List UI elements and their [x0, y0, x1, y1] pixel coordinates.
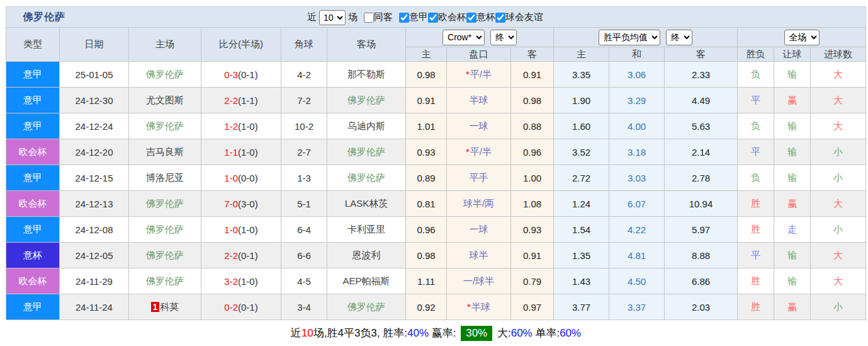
asian-handicap: 球半/两: [447, 191, 511, 217]
bookmaker-select[interactable]: Crow*: [442, 30, 485, 45]
score-cell: 1-0(0-0): [201, 165, 281, 191]
goals-result: 大: [811, 88, 866, 113]
match-result: 负: [738, 165, 774, 191]
bookmaker-time-select[interactable]: 终: [490, 30, 517, 45]
home-team[interactable]: 博洛尼亚: [129, 165, 201, 191]
home-team[interactable]: 1科莫: [129, 294, 201, 320]
euro-home-odds: 1.43: [554, 268, 609, 294]
away-team[interactable]: 佛罗伦萨: [327, 88, 406, 113]
league-badge: 欧会杯: [6, 268, 60, 294]
col-type: 类型: [6, 28, 60, 62]
corner-score: 2-7: [281, 139, 327, 165]
league-badge: 欧会杯: [6, 139, 60, 165]
match-history-table: 类型 日期 主场 比分(半场) 角球 客场 Crow* 终: [6, 27, 866, 320]
euro-draw-odds: 4.22: [609, 217, 665, 243]
euro-home-odds: 1.90: [554, 88, 609, 113]
euro-home-odds: 2.72: [554, 165, 609, 191]
team-name: 吉马良斯: [146, 146, 184, 157]
euro-source-select[interactable]: 胜平负均值: [599, 30, 660, 45]
away-team[interactable]: LASK林茨: [327, 191, 406, 217]
col-asian-away: 客: [511, 47, 554, 62]
euro-draw-odds: 4.00: [609, 113, 665, 139]
league-filter-label: 球会友谊: [505, 11, 543, 23]
halftime-score: (3-0): [238, 199, 258, 209]
team-name: 科莫: [160, 301, 179, 312]
corner-score: 7-2: [281, 88, 327, 113]
euro-odds-header: 胜平负均值 终: [554, 28, 738, 47]
euro-time-select[interactable]: 终: [666, 30, 692, 45]
corner-score: 6-6: [281, 243, 327, 268]
match-date: 24-12-20: [60, 139, 129, 165]
match-result: 胜: [738, 268, 774, 294]
recent-suffix-label: 场: [348, 11, 358, 23]
goals-result: 大: [811, 243, 866, 268]
asian-away-odds: 0.91: [511, 62, 554, 88]
asian-away-odds: 0.93: [511, 217, 554, 243]
goals-result: 小: [811, 217, 866, 243]
asian-home-odds: 0.81: [406, 191, 447, 217]
league-filter-club-friendly[interactable]: 球会友谊: [495, 11, 543, 23]
match-result: 胜: [738, 294, 774, 320]
match-date: 24-12-30: [60, 88, 129, 113]
away-team[interactable]: 佛罗伦萨: [327, 165, 406, 191]
asian-home-odds: 1.01: [406, 113, 447, 139]
home-team[interactable]: 佛罗伦萨: [129, 191, 201, 217]
big-rate-label: 大:: [494, 326, 510, 340]
away-team[interactable]: 佛罗伦萨: [327, 139, 406, 165]
league-checkbox-club-friendly[interactable]: [495, 13, 505, 23]
fulltime-score: 1-0: [224, 224, 238, 235]
euro-draw-odds: 4.50: [609, 268, 665, 294]
home-team[interactable]: 吉马良斯: [129, 139, 201, 165]
score-cell: 1-1(1-0): [201, 139, 281, 165]
league-filter-serie-a[interactable]: 意甲: [399, 11, 428, 23]
handicap-result: 赢: [774, 88, 811, 113]
recent-count-select[interactable]: 10: [319, 10, 346, 25]
away-team[interactable]: AEP帕福斯: [327, 268, 406, 294]
euro-away-odds: 6.86: [665, 268, 738, 294]
asian-handicap: 一/球半: [447, 268, 511, 294]
table-row: 意甲 24-12-15 博洛尼亚 1-0(0-0) 1-3 佛罗伦萨 0.89 …: [6, 165, 866, 191]
euro-away-odds: 2.33: [665, 62, 738, 88]
league-badge: 欧会杯: [6, 191, 60, 217]
home-team[interactable]: 佛罗伦萨: [129, 217, 201, 243]
league-checkbox-serie-a[interactable]: [399, 13, 409, 23]
goals-result: 大: [811, 62, 866, 88]
league-filter-coppa-italia[interactable]: 意杯: [466, 11, 495, 23]
euro-draw-odds: 4.81: [609, 243, 665, 268]
score-cell: 2-2(1-1): [201, 88, 281, 113]
euro-draw-odds: 3.18: [609, 139, 665, 165]
team-name: 佛罗伦萨: [347, 146, 385, 157]
league-checkbox-coppa-italia[interactable]: [466, 13, 476, 23]
score-cell: 1-0(1-0): [201, 217, 281, 243]
league-filter-conference-league[interactable]: 欧会杯: [428, 11, 466, 23]
match-date: 24-11-29: [60, 268, 129, 294]
asian-away-odds: 0.97: [511, 294, 554, 320]
big-rate-value: 60%: [511, 327, 533, 340]
away-team[interactable]: 乌迪内斯: [327, 113, 406, 139]
league-badge: 意甲: [6, 165, 60, 191]
euro-home-odds: 3.52: [554, 139, 609, 165]
away-team[interactable]: 恩波利: [327, 243, 406, 268]
match-result: 平: [738, 88, 774, 113]
away-team[interactable]: 那不勒斯: [327, 62, 406, 88]
col-goals: 进球数: [811, 47, 866, 62]
home-team[interactable]: 佛罗伦萨: [129, 243, 201, 268]
away-team[interactable]: 佛罗伦萨: [327, 294, 406, 320]
same-venue-checkbox[interactable]: [364, 13, 374, 23]
team-name: 佛罗伦萨: [146, 120, 184, 131]
same-venue-filter[interactable]: 同客: [364, 11, 393, 23]
asian-away-odds: 0.98: [511, 88, 554, 113]
home-team[interactable]: 佛罗伦萨: [129, 113, 201, 139]
asian-home-odds: 0.98: [406, 62, 447, 88]
live-line-star-icon: *: [466, 146, 470, 157]
period-select[interactable]: 全场: [784, 30, 820, 45]
home-team[interactable]: 佛罗伦萨: [129, 268, 201, 294]
euro-draw-odds: 3.37: [609, 294, 665, 320]
away-team[interactable]: 卡利亚里: [327, 217, 406, 243]
recent-prefix-label: 近: [307, 11, 317, 23]
home-team[interactable]: 尤文图斯: [129, 88, 201, 113]
home-team[interactable]: 佛罗伦萨: [129, 62, 201, 88]
asian-home-odds: 0.93: [406, 139, 447, 165]
league-checkbox-conference-league[interactable]: [428, 13, 438, 23]
halftime-score: (0-1): [238, 69, 258, 80]
